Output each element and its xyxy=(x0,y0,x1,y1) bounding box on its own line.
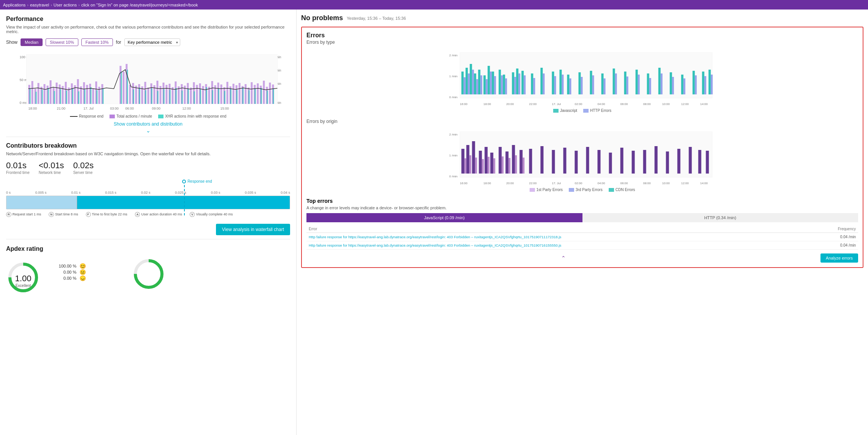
svg-text:18:00: 18:00 xyxy=(484,182,492,185)
svg-rect-228 xyxy=(541,146,544,174)
breadcrumb-applications[interactable]: Applications xyxy=(3,3,25,7)
main-layout: Performance View the impact of user acti… xyxy=(0,10,868,435)
svg-text:16:00: 16:00 xyxy=(460,102,468,106)
marker-R: RRequest start 1 ms xyxy=(6,212,41,216)
svg-rect-180 xyxy=(514,77,516,94)
svg-rect-145 xyxy=(488,66,490,94)
svg-text:10:00: 10:00 xyxy=(662,102,670,106)
tab-slowest[interactable]: Slowest 10% xyxy=(46,38,78,46)
metric-frontend: 0.01s Frontend time xyxy=(6,161,30,175)
svg-rect-190 xyxy=(604,78,606,94)
svg-rect-139 xyxy=(462,72,464,94)
svg-rect-225 xyxy=(512,145,515,174)
svg-rect-224 xyxy=(506,151,509,174)
errors-by-type-legend: Javascript HTTP Errors xyxy=(306,108,858,113)
svg-rect-110 xyxy=(200,89,201,104)
metric-server: 0.02s Server time xyxy=(73,161,94,175)
legend-1st-party-label: 1st Party Errors xyxy=(536,188,563,192)
for-label: for xyxy=(116,40,121,45)
svg-rect-89 xyxy=(60,89,61,104)
legend-cdn: CDN Errors xyxy=(609,188,635,192)
svg-rect-170 xyxy=(464,77,466,94)
legend-javascript-bar xyxy=(553,109,559,113)
waterfall-button[interactable]: View analysis in waterfall chart xyxy=(216,224,290,235)
tab-http-errors[interactable]: HTTP (0.34 /min) xyxy=(582,213,858,222)
svg-rect-58 xyxy=(196,85,198,104)
errors-by-type-section: Errors by type 2 /min 1 /min 0 /min xyxy=(306,40,858,113)
svg-rect-144 xyxy=(484,75,486,94)
contributors-subtitle: Network/Server/Frontend breakdown based … xyxy=(6,151,290,156)
svg-text:12:00: 12:00 xyxy=(681,102,689,106)
legend-response-end-label: Response end xyxy=(79,114,104,118)
svg-text:20:00: 20:00 xyxy=(506,102,514,106)
svg-rect-70 xyxy=(233,84,235,104)
apdex-score-label: Excellent xyxy=(15,284,32,288)
svg-rect-96 xyxy=(103,89,104,104)
svg-rect-171 xyxy=(468,73,470,94)
svg-rect-157 xyxy=(579,72,581,94)
metric-select-wrapper[interactable]: Key performance metric Response time Vis… xyxy=(124,38,180,46)
error-cell[interactable]: Http failure response for https://easytr… xyxy=(306,233,814,241)
svg-rect-68 xyxy=(227,82,229,104)
svg-rect-154 xyxy=(552,72,554,94)
svg-rect-161 xyxy=(624,72,627,94)
svg-rect-242 xyxy=(698,150,701,174)
svg-text:04:00: 04:00 xyxy=(598,182,606,185)
svg-rect-246 xyxy=(475,158,477,174)
collapse-button[interactable]: ⌃ xyxy=(306,255,820,261)
error-cell[interactable]: Http failure response for https://easytr… xyxy=(306,241,814,250)
svg-rect-48 xyxy=(166,85,168,104)
analyze-errors-button[interactable]: Analyze errors xyxy=(820,253,858,263)
errors-panel: Errors Errors by type 2 /min 1 /min 0 /m… xyxy=(301,27,863,268)
legend-http-errors: HTTP Errors xyxy=(583,108,611,113)
svg-rect-164 xyxy=(659,68,661,94)
svg-rect-93 xyxy=(84,89,86,104)
svg-rect-11 xyxy=(38,83,40,104)
svg-rect-155 xyxy=(560,70,562,94)
svg-rect-104 xyxy=(163,89,165,104)
svg-rect-243 xyxy=(706,151,709,174)
contributors-section: Contributors breakdown Network/Server/Fr… xyxy=(6,137,290,216)
svg-rect-226 xyxy=(520,150,523,174)
svg-text:18:00: 18:00 xyxy=(29,107,37,110)
metric-network-value: <0.01s xyxy=(39,161,64,170)
breadcrumb-current[interactable]: click on "Sign In" on page /easytravel/j… xyxy=(81,3,198,7)
apdex-section: Apdex rating 1.00 Excellent xyxy=(6,239,290,291)
svg-rect-112 xyxy=(212,90,213,104)
svg-text:15:00: 15:00 xyxy=(221,107,229,110)
svg-rect-102 xyxy=(151,88,152,104)
svg-rect-100 xyxy=(139,88,140,104)
response-end-label: Response end xyxy=(182,179,212,183)
errors-by-type-title: Errors by type xyxy=(306,40,858,45)
svg-rect-101 xyxy=(145,90,146,104)
performance-title: Performance xyxy=(6,16,290,22)
svg-text:17. Jul: 17. Jul xyxy=(552,182,561,185)
legend-javascript-label: Javascript xyxy=(560,108,577,113)
legend-total-bar xyxy=(109,115,115,118)
svg-rect-198 xyxy=(695,75,697,94)
tab-javascript-errors[interactable]: JavaScript (0.09 /min) xyxy=(306,213,582,222)
left-panel: Performance View the impact of user acti… xyxy=(0,10,297,435)
svg-rect-229 xyxy=(552,150,555,174)
tab-median[interactable]: Median xyxy=(21,38,43,46)
svg-rect-166 xyxy=(681,75,684,94)
svg-rect-241 xyxy=(689,147,692,174)
svg-rect-245 xyxy=(470,155,471,174)
breadcrumb-easytravel[interactable]: easytravel xyxy=(30,3,49,7)
response-end-marker xyxy=(182,180,186,183)
tab-fastest[interactable]: Fastest 10% xyxy=(81,38,113,46)
svg-rect-84 xyxy=(30,89,31,104)
show-contributors-link[interactable]: Show contributors and distribution ⌄ xyxy=(6,121,290,134)
svg-text:10:00: 10:00 xyxy=(662,182,670,185)
svg-rect-240 xyxy=(678,149,681,174)
svg-rect-186 xyxy=(562,75,564,94)
svg-rect-82 xyxy=(269,83,271,104)
svg-rect-194 xyxy=(649,78,651,94)
svg-rect-172 xyxy=(472,70,474,94)
metric-select[interactable]: Key performance metric Response time Vis… xyxy=(124,38,180,46)
breadcrumb-user-actions[interactable]: User actions xyxy=(54,3,77,7)
svg-text:0 /min: 0 /min xyxy=(449,96,458,99)
errors-by-type-chart: 2 /min 1 /min 0 /min xyxy=(306,49,858,106)
satisfied-icon: 😊 xyxy=(79,263,86,269)
svg-rect-177 xyxy=(494,76,496,94)
